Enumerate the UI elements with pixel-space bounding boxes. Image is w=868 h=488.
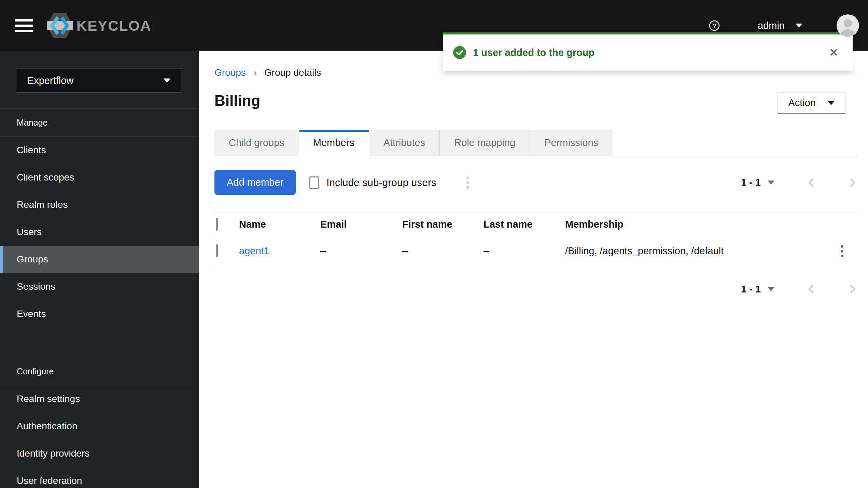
breadcrumb-current: Group details	[264, 67, 321, 78]
row-checkbox[interactable]	[216, 244, 218, 257]
pagination-top: 1 - 1	[741, 177, 858, 188]
table-header-row: Name Email First name Last name Membersh…	[214, 213, 858, 236]
sidebar-item-identity-providers[interactable]: Identity providers	[0, 440, 199, 467]
col-header-email: Email	[320, 213, 402, 236]
app-shell: Expertflow Manage Clients Client scopes …	[0, 51, 868, 488]
col-header-name: Name	[239, 213, 320, 236]
col-header-first-name: First name	[402, 213, 484, 236]
tab-child-groups[interactable]: Child groups	[214, 130, 299, 156]
action-dropdown-button[interactable]: Action	[778, 92, 845, 114]
toast-message: 1 user added to the group	[473, 47, 594, 58]
sidebar-item-authentication[interactable]: Authentication	[0, 413, 199, 440]
username: admin	[758, 20, 785, 31]
member-membership: /Billing, /agents_permission, /default	[565, 236, 839, 266]
member-first-name: –	[402, 236, 484, 266]
pagination-bottom: 1 - 1	[741, 283, 858, 295]
sidebar-item-sessions[interactable]: Sessions	[0, 273, 199, 300]
row-kebab-icon[interactable]	[839, 243, 845, 259]
tab-bar: Child groups Members Attributes Role map…	[214, 130, 858, 158]
success-toast: 1 user added to the group ✕	[443, 32, 853, 71]
sidebar-item-user-federation[interactable]: User federation	[0, 467, 199, 488]
tab-permissions[interactable]: Permissions	[530, 130, 613, 156]
pagination-options-icon[interactable]	[768, 287, 774, 291]
tab-role-mapping[interactable]: Role mapping	[439, 130, 530, 156]
chevron-down-icon	[164, 78, 170, 83]
title-row: Billing Action	[214, 92, 858, 114]
breadcrumb-groups-link[interactable]: Groups	[214, 67, 246, 78]
include-subgroups-checkbox[interactable]	[309, 176, 319, 189]
toolbar-kebab-icon[interactable]	[464, 174, 471, 191]
help-icon[interactable]: ?	[709, 20, 720, 31]
user-menu[interactable]: admin	[758, 20, 802, 31]
keycloak-logo: KEYCLOAK	[46, 12, 152, 39]
sidebar-item-groups[interactable]: Groups	[0, 246, 199, 273]
include-subgroups-label: Include sub-group users	[326, 177, 436, 188]
tab-members[interactable]: Members	[299, 130, 369, 158]
keycloak-logo-icon: KEYCLOAK	[46, 12, 152, 39]
members-toolbar: Add member Include sub-group users 1 - 1	[214, 170, 858, 195]
select-all-checkbox[interactable]	[216, 218, 218, 231]
sidebar-item-users[interactable]: Users	[0, 218, 199, 246]
main-content: Groups › Group details Billing Action Ch…	[199, 51, 868, 488]
section-label-configure: Configure	[0, 358, 199, 385]
brand-wordmark: KEYCLOAK	[76, 18, 152, 34]
action-label: Action	[788, 97, 816, 109]
manage-nav-list: Clients Client scopes Realm roles Users …	[0, 137, 199, 328]
realm-name: Expertflow	[27, 75, 153, 86]
col-header-membership: Membership	[565, 213, 839, 236]
prev-page-icon[interactable]	[806, 177, 816, 188]
avatar[interactable]	[837, 14, 859, 37]
tab-attributes[interactable]: Attributes	[369, 130, 440, 156]
next-page-icon[interactable]	[848, 177, 858, 188]
breadcrumb-separator-icon: ›	[253, 67, 257, 78]
pagination-range: 1 - 1	[741, 284, 761, 295]
members-table: Name Email First name Last name Membersh…	[214, 213, 858, 266]
table-row: agent1 – – – /Billing, /agents_permissio…	[214, 236, 858, 266]
next-page-icon[interactable]	[848, 283, 858, 295]
member-name-link[interactable]: agent1	[239, 245, 269, 256]
svg-text:?: ?	[712, 22, 716, 29]
member-email: –	[320, 236, 402, 266]
col-header-last-name: Last name	[484, 213, 565, 236]
chevron-down-icon	[796, 24, 802, 28]
chevron-down-icon	[827, 101, 835, 105]
pagination-options-icon[interactable]	[768, 181, 774, 185]
success-check-icon	[453, 46, 466, 59]
pagination-range: 1 - 1	[741, 177, 761, 188]
configure-nav-list: Realm settings Authentication Identity p…	[0, 385, 199, 488]
sidebar: Expertflow Manage Clients Client scopes …	[0, 51, 199, 488]
realm-selector[interactable]: Expertflow	[17, 69, 181, 92]
section-label-manage: Manage	[0, 109, 199, 136]
sidebar-item-client-scopes[interactable]: Client scopes	[0, 164, 199, 191]
close-icon[interactable]: ✕	[829, 47, 838, 58]
page-title: Billing	[214, 92, 260, 109]
pagination-bottom-row: 1 - 1	[214, 283, 858, 295]
sidebar-item-clients[interactable]: Clients	[0, 137, 199, 164]
sidebar-item-realm-roles[interactable]: Realm roles	[0, 191, 199, 218]
hamburger-menu-icon[interactable]	[15, 19, 33, 32]
prev-page-icon[interactable]	[806, 283, 816, 295]
sidebar-item-events[interactable]: Events	[0, 300, 199, 328]
member-last-name: –	[484, 236, 565, 266]
add-member-button[interactable]: Add member	[214, 170, 296, 195]
sidebar-item-realm-settings[interactable]: Realm settings	[0, 385, 199, 413]
